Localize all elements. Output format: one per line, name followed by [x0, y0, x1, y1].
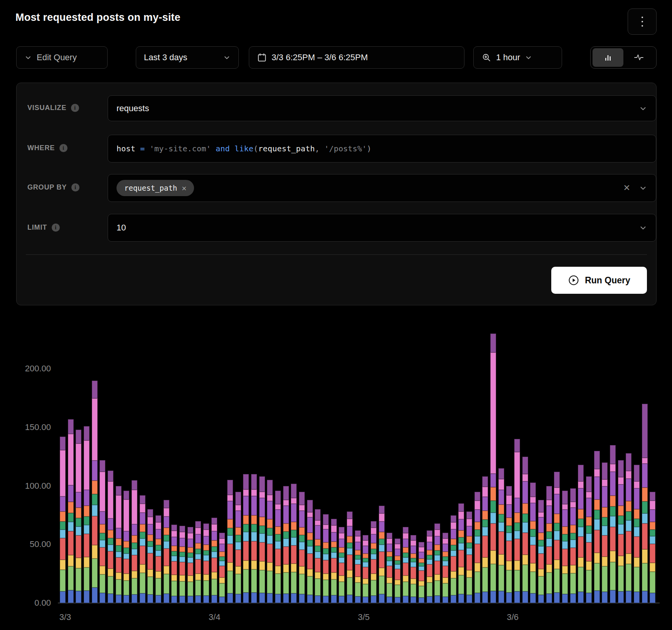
chart-bar[interactable]: [634, 465, 640, 603]
chart-bar[interactable]: [179, 526, 185, 603]
chart-bar[interactable]: [371, 521, 377, 603]
chart-bar[interactable]: [538, 500, 544, 603]
chart-bar[interactable]: [554, 472, 560, 603]
bar-chart-toggle[interactable]: [593, 48, 623, 67]
time-range-select[interactable]: Last 3 days: [136, 46, 239, 69]
chart-bar[interactable]: [410, 535, 416, 603]
granularity-select[interactable]: 1 hour: [473, 46, 562, 69]
chart-bar[interactable]: [92, 381, 98, 603]
chart-bar[interactable]: [339, 527, 344, 603]
chart-bar[interactable]: [514, 439, 520, 603]
chart-bar[interactable]: [68, 419, 74, 603]
chart-bar[interactable]: [123, 491, 129, 603]
chart-bar[interactable]: [299, 492, 305, 603]
close-icon[interactable]: ✕: [182, 183, 186, 193]
chart-bar[interactable]: [498, 468, 504, 603]
chart-bar[interactable]: [307, 500, 313, 603]
chart-bar[interactable]: [211, 518, 217, 603]
line-chart-toggle[interactable]: [623, 48, 654, 67]
chart-bar[interactable]: [466, 511, 472, 603]
chart-bar[interactable]: [291, 484, 297, 603]
bar-segment: [227, 562, 233, 571]
chart-bar[interactable]: [395, 539, 400, 603]
chart-bar[interactable]: [602, 462, 608, 603]
chart-bar[interactable]: [251, 474, 257, 603]
bar-segment: [554, 514, 560, 523]
chart-bar[interactable]: [347, 511, 353, 603]
chart-bar[interactable]: [76, 430, 81, 603]
chart-bar[interactable]: [363, 535, 368, 603]
chart-bar[interactable]: [315, 509, 321, 603]
chart-bar[interactable]: [355, 530, 361, 603]
chart-bar[interactable]: [642, 404, 648, 603]
chart-bar[interactable]: [578, 465, 584, 603]
chart-bar[interactable]: [140, 495, 145, 603]
chart-bar[interactable]: [522, 457, 528, 603]
chart-bar[interactable]: [283, 486, 289, 603]
bar-segment: [267, 528, 273, 535]
chart-bar[interactable]: [451, 515, 456, 603]
edit-query-button[interactable]: Edit Query: [16, 46, 108, 69]
info-icon[interactable]: i: [71, 104, 79, 112]
info-icon[interactable]: i: [52, 224, 60, 232]
chart-bar[interactable]: [482, 476, 488, 603]
run-query-button[interactable]: Run Query: [551, 267, 647, 294]
chart-bar[interactable]: [427, 530, 432, 603]
chart-bar[interactable]: [458, 503, 464, 603]
chart-bar[interactable]: [116, 486, 122, 603]
chart-bar[interactable]: [275, 491, 281, 603]
chart-bar[interactable]: [132, 480, 137, 603]
chart-bar[interactable]: [259, 476, 265, 603]
chart-bar[interactable]: [331, 519, 337, 603]
chart-bar[interactable]: [387, 533, 392, 603]
more-options-button[interactable]: [628, 8, 657, 35]
chart-bar[interactable]: [474, 492, 480, 603]
visualize-select[interactable]: requests: [108, 95, 656, 121]
chart-bar[interactable]: [434, 523, 440, 603]
chart-bar[interactable]: [187, 527, 193, 603]
chart-bar[interactable]: [203, 523, 209, 603]
chart-bar[interactable]: [219, 533, 225, 603]
chart-bar[interactable]: [84, 426, 89, 603]
group-by-chip[interactable]: request_path ✕: [117, 180, 194, 196]
chart-bar[interactable]: [610, 445, 616, 603]
chart-bar[interactable]: [546, 486, 552, 603]
chart-bar[interactable]: [594, 451, 600, 603]
chart-bar[interactable]: [147, 509, 153, 603]
chart-bar[interactable]: [650, 492, 655, 603]
group-by-select[interactable]: request_path ✕ ✕: [108, 174, 656, 202]
chart-bar[interactable]: [155, 515, 161, 603]
chart-bar[interactable]: [323, 514, 329, 603]
chart-bar[interactable]: [570, 488, 576, 603]
chart-bar[interactable]: [243, 474, 249, 603]
chart-bar[interactable]: [562, 491, 568, 603]
chart-bar[interactable]: [379, 506, 385, 603]
bar-segment: [498, 522, 504, 532]
time-range-value: Last 3 days: [144, 52, 187, 63]
info-icon[interactable]: i: [71, 183, 79, 191]
chart-bar[interactable]: [442, 533, 448, 603]
clear-group-by-icon[interactable]: ✕: [623, 183, 630, 193]
chart-bar[interactable]: [164, 500, 169, 603]
chart-bar[interactable]: [100, 460, 105, 603]
chart-bar[interactable]: [60, 437, 66, 603]
chart-bar[interactable]: [195, 521, 201, 603]
chart-bar[interactable]: [506, 486, 512, 603]
chart-bar[interactable]: [419, 542, 424, 603]
chart-bar[interactable]: [626, 453, 631, 603]
chart-bar[interactable]: [586, 476, 592, 603]
chart-bar[interactable]: [530, 483, 536, 603]
chart-bar[interactable]: [403, 527, 409, 603]
bar-segment: [339, 563, 344, 576]
chart-bar[interactable]: [235, 492, 241, 603]
chart-bar[interactable]: [267, 480, 273, 603]
chart-bar[interactable]: [108, 471, 113, 603]
limit-select[interactable]: 10: [108, 214, 656, 242]
where-input[interactable]: host = 'my-site.com' and like(request_pa…: [108, 135, 656, 163]
chart-bar[interactable]: [171, 525, 177, 603]
info-icon[interactable]: i: [59, 144, 68, 152]
chart-bar[interactable]: [618, 460, 624, 603]
chart-bar[interactable]: [227, 480, 233, 603]
chart-bar[interactable]: [490, 334, 496, 603]
date-range-button[interactable]: 3/3 6:25PM – 3/6 6:25PM: [249, 46, 464, 69]
